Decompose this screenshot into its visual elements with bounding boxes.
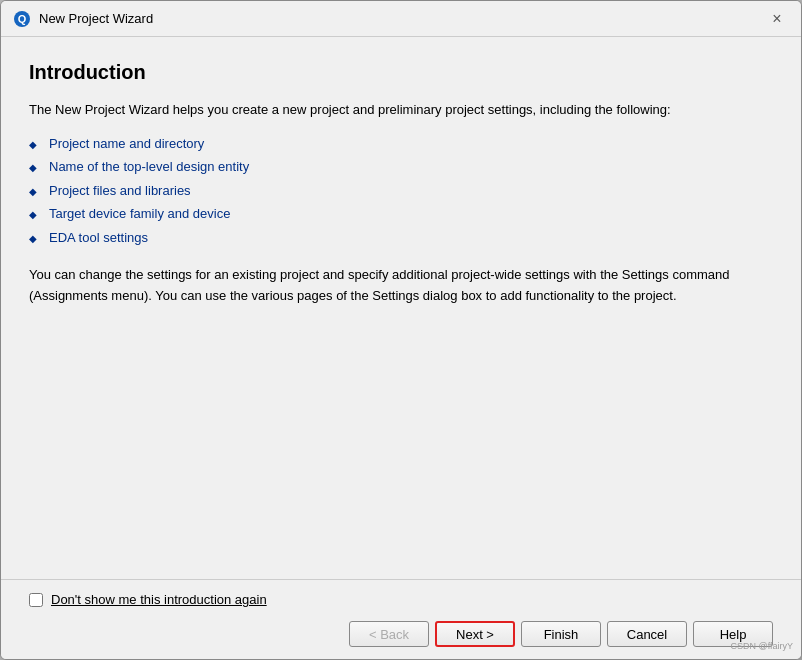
title-bar: Q New Project Wizard × — [1, 1, 801, 37]
list-item: ◆Name of the top-level design entity — [29, 155, 773, 179]
bullet-icon: ◆ — [29, 207, 37, 222]
bullet-icon: ◆ — [29, 184, 37, 199]
intro-paragraph: The New Project Wizard helps you create … — [29, 100, 773, 120]
new-project-wizard-dialog: Q New Project Wizard × Introduction The … — [0, 0, 802, 660]
svg-text:Q: Q — [18, 13, 27, 25]
list-item: ◆EDA tool settings — [29, 226, 773, 250]
dialog-title: New Project Wizard — [39, 11, 153, 26]
checkbox-row: Don't show me this introduction again — [29, 592, 773, 607]
list-item: ◆Project files and libraries — [29, 179, 773, 203]
close-button[interactable]: × — [765, 7, 789, 31]
bullet-icon: ◆ — [29, 231, 37, 246]
page-heading: Introduction — [29, 61, 773, 84]
dont-show-checkbox[interactable] — [29, 593, 43, 607]
title-bar-left: Q New Project Wizard — [13, 10, 153, 28]
bullet-icon: ◆ — [29, 160, 37, 175]
cancel-button[interactable]: Cancel — [607, 621, 687, 647]
list-item: ◆Target device family and device — [29, 202, 773, 226]
finish-button[interactable]: Finish — [521, 621, 601, 647]
bullet-text: Target device family and device — [49, 204, 230, 224]
bullet-list: ◆Project name and directory◆Name of the … — [29, 132, 773, 250]
app-icon: Q — [13, 10, 31, 28]
bullet-text: Project files and libraries — [49, 181, 191, 201]
list-item: ◆Project name and directory — [29, 132, 773, 156]
button-row: < Back Next > Finish Cancel Help — [29, 621, 773, 647]
bullet-text: EDA tool settings — [49, 228, 148, 248]
content-area: Introduction The New Project Wizard help… — [1, 37, 801, 579]
back-button[interactable]: < Back — [349, 621, 429, 647]
follow-paragraph: You can change the settings for an exist… — [29, 265, 773, 307]
next-button[interactable]: Next > — [435, 621, 515, 647]
bullet-text: Project name and directory — [49, 134, 204, 154]
bullet-icon: ◆ — [29, 137, 37, 152]
watermark: CSDN @ffairyY — [731, 641, 793, 651]
bullet-text: Name of the top-level design entity — [49, 157, 249, 177]
bottom-area: Don't show me this introduction again < … — [1, 579, 801, 659]
dont-show-label[interactable]: Don't show me this introduction again — [51, 592, 267, 607]
